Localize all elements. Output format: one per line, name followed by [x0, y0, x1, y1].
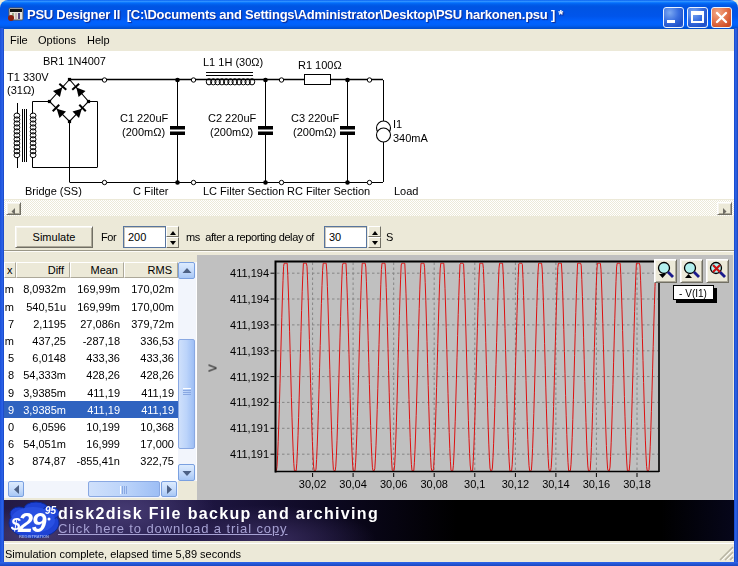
svg-text:R1 100Ω: R1 100Ω — [298, 59, 342, 71]
svg-text:(200mΩ): (200mΩ) — [293, 126, 336, 138]
svg-text:30,06: 30,06 — [380, 478, 408, 490]
svg-text:30,14: 30,14 — [542, 478, 570, 490]
svg-text:(200mΩ): (200mΩ) — [210, 126, 253, 138]
svg-text:30,12: 30,12 — [502, 478, 530, 490]
svg-text:30,08: 30,08 — [420, 478, 448, 490]
svg-text:(31Ω): (31Ω) — [7, 84, 35, 96]
svg-text:C2 220uF: C2 220uF — [208, 112, 257, 124]
svg-text:95: 95 — [45, 505, 57, 516]
svg-text:411,191: 411,191 — [230, 448, 269, 460]
svg-text:411,193: 411,193 — [230, 319, 269, 331]
svg-text:C1 220uF: C1 220uF — [120, 112, 169, 124]
svg-text:30,02: 30,02 — [299, 478, 327, 490]
svg-text:411,194: 411,194 — [230, 293, 269, 305]
svg-text:411,194: 411,194 — [230, 267, 269, 279]
svg-text:I1: I1 — [393, 118, 402, 130]
svg-text:411,192: 411,192 — [230, 371, 269, 383]
svg-text:411,193: 411,193 — [230, 345, 269, 357]
svg-text:411,191: 411,191 — [230, 422, 269, 434]
svg-text:Load: Load — [394, 185, 418, 197]
svg-text:L1 1H (30Ω): L1 1H (30Ω) — [203, 56, 263, 68]
svg-text:REGISTRATION: REGISTRATION — [19, 534, 49, 539]
svg-text:C Filter: C Filter — [133, 185, 169, 197]
svg-text:30,16: 30,16 — [583, 478, 611, 490]
svg-text:- V(I1): - V(I1) — [679, 288, 707, 299]
svg-text:411,192: 411,192 — [230, 396, 269, 408]
svg-text:30,1: 30,1 — [464, 478, 485, 490]
svg-text:(200mΩ): (200mΩ) — [122, 126, 165, 138]
svg-text:Bridge (SS): Bridge (SS) — [25, 185, 82, 197]
svg-text:RC Filter Section: RC Filter Section — [287, 185, 370, 197]
svg-text:30,04: 30,04 — [339, 478, 367, 490]
svg-text:C3 220uF: C3 220uF — [291, 112, 340, 124]
svg-text:LC Filter Section: LC Filter Section — [203, 185, 284, 197]
svg-text:30,18: 30,18 — [623, 478, 651, 490]
svg-text:V: V — [207, 364, 219, 372]
svg-text:T1 330V: T1 330V — [7, 71, 49, 83]
svg-text:BR1 1N4007: BR1 1N4007 — [43, 55, 106, 67]
svg-text:340mA: 340mA — [393, 132, 429, 144]
